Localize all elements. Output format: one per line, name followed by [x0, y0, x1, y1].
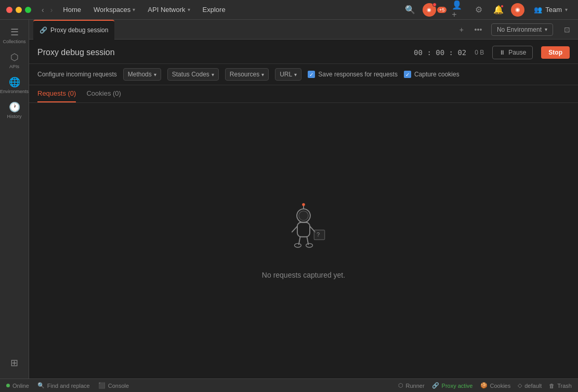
traffic-lights [6, 7, 31, 13]
sidebar-apis-label: APIs [9, 64, 19, 69]
maximize-button[interactable] [25, 7, 31, 13]
environment-selector[interactable]: No Environment ▾ [491, 23, 553, 36]
pause-icon: ⏸ [499, 49, 505, 56]
env-chevron-icon: ▾ [545, 27, 547, 32]
console-button[interactable]: ⬛ Console [98, 382, 129, 389]
find-replace-button[interactable]: 🔍 Find and replace [37, 382, 90, 389]
runner-button[interactable]: ⬡ Runner [398, 382, 425, 389]
status-codes-dropdown[interactable]: Status Codes ▾ [167, 68, 219, 81]
methods-dropdown[interactable]: Methods ▾ [123, 68, 161, 81]
svg-point-11 [294, 243, 301, 247]
proxy-active-status[interactable]: 🔗 Proxy active [432, 382, 473, 389]
online-status[interactable]: Online [6, 383, 29, 389]
timer-display: 00 : 00 : 02 [414, 48, 466, 57]
close-button[interactable] [6, 7, 12, 13]
user-avatar[interactable]: ◉ [423, 3, 436, 17]
status-right: ⬡ Runner 🔗 Proxy active 🍪 Cookies ◇ defa… [398, 382, 572, 389]
more-options-button[interactable]: ••• [471, 23, 485, 36]
proxy-tab-label: Proxy debug session [50, 27, 108, 34]
team-button[interactable]: 👥 Team ▾ [530, 4, 572, 16]
capture-cookies-label[interactable]: Capture cookies [414, 71, 459, 78]
default-environment[interactable]: ◇ default [518, 382, 542, 389]
console-label: Console [108, 383, 129, 389]
proxy-icon: 🔗 [432, 382, 439, 389]
sidebar-item-environments[interactable]: 🌐 Environments [3, 74, 26, 97]
add-user-icon[interactable]: 👤+ [452, 3, 466, 17]
proxy-debug-tab[interactable]: 🔗 Proxy debug session [33, 20, 114, 40]
trash-label: Trash [557, 383, 572, 389]
api-network-chevron-icon: ▾ [188, 7, 190, 12]
online-dot [6, 384, 10, 387]
url-chevron-icon: ▾ [294, 72, 297, 77]
svg-text:?: ? [317, 231, 320, 238]
tab-requests[interactable]: Requests (0) [37, 85, 76, 102]
notification-badge: +5 [437, 7, 446, 13]
sidebar-item-extensions[interactable]: ⊞ [3, 351, 26, 374]
pause-label: Pause [508, 49, 526, 56]
cookies-label: Cookies [490, 383, 511, 389]
empty-message: No requests captured yet. [262, 271, 345, 279]
page-header: Proxy debug session 00 : 00 : 02 0 B ⏸ P… [29, 40, 578, 64]
check-icon-2: ✓ [405, 72, 410, 77]
team-icon: 👥 [534, 6, 542, 14]
empty-illustration: ? [272, 202, 335, 265]
titlebar-right: 🔍 ◉ +5 👤+ ⚙ 🔔 ◉ 👥 Team ▾ [403, 3, 572, 17]
collections-icon: ☰ [10, 27, 19, 38]
pause-button[interactable]: ⏸ Pause [492, 46, 533, 59]
page-title: Proxy debug session [37, 48, 115, 57]
trash-button[interactable]: 🗑 Trash [549, 383, 572, 389]
configure-link[interactable]: Configure incoming requests [37, 71, 117, 78]
check-icon: ✓ [309, 72, 313, 77]
back-icon[interactable]: ‹ [40, 5, 46, 15]
capture-cookies-checkbox[interactable]: ✓ [404, 71, 411, 78]
tab-bar: 🔗 Proxy debug session + ••• No Environme… [29, 20, 578, 40]
resources-dropdown[interactable]: Resources ▾ [225, 68, 269, 81]
runner-icon: ⬡ [398, 382, 403, 389]
url-dropdown[interactable]: URL ▾ [275, 68, 301, 81]
sidebar-collections-label: Collections [3, 39, 25, 44]
forward-icon[interactable]: › [48, 5, 55, 15]
default-label: default [524, 383, 542, 389]
new-tab-button[interactable]: + [455, 23, 468, 36]
team-chevron-icon: ▾ [565, 7, 568, 12]
sidebar-item-apis[interactable]: ⬡ APIs [3, 49, 26, 72]
runner-label: Runner [406, 383, 425, 389]
tab-actions: + ••• No Environment ▾ ⊡ [455, 23, 574, 36]
svg-line-5 [292, 226, 297, 232]
resources-chevron-icon: ▾ [261, 72, 264, 77]
history-icon: 🕐 [9, 101, 20, 113]
apis-icon: ⬡ [10, 51, 19, 63]
search-icon[interactable]: 🔍 [403, 3, 417, 17]
minimize-button[interactable] [16, 7, 22, 13]
sidebar-item-collections[interactable]: ☰ Collections [3, 24, 26, 47]
find-replace-label: Find and replace [47, 383, 90, 389]
empty-state: ? No requests captured yet. [29, 103, 578, 378]
sidebar-item-history[interactable]: 🕐 History [3, 99, 26, 122]
notifications-icon[interactable]: 🔔 [491, 3, 506, 17]
save-responses-checkbox[interactable]: ✓ [308, 71, 315, 78]
svg-point-12 [306, 243, 313, 247]
nav-workspaces[interactable]: Workspaces ▾ [89, 4, 139, 16]
notification-dot [432, 3, 437, 7]
layout-toggle-icon[interactable]: ⊡ [560, 23, 574, 36]
tab-cookies[interactable]: Cookies (0) [86, 85, 121, 102]
nav-arrows: ‹ › [40, 5, 55, 15]
extensions-icon: ⊞ [10, 357, 18, 369]
nav-home[interactable]: Home [59, 4, 85, 16]
nav-api-network[interactable]: API Network ▾ [143, 4, 194, 16]
cookies-button[interactable]: 🍪 Cookies [480, 382, 511, 389]
svg-point-1 [299, 211, 308, 220]
sidebar-bottom: ⊞ [3, 351, 26, 374]
stop-button[interactable]: Stop [541, 46, 570, 59]
svg-rect-4 [297, 223, 310, 237]
main-avatar[interactable]: ◉ [511, 3, 524, 17]
content-area: 🔗 Proxy debug session + ••• No Environme… [29, 20, 578, 378]
save-responses-label[interactable]: Save responses for requests [318, 71, 398, 78]
titlebar: ‹ › Home Workspaces ▾ API Network ▾ Expl… [0, 0, 578, 20]
main-layout: ☰ Collections ⬡ APIs 🌐 Environments 🕐 Hi… [0, 20, 578, 378]
settings-icon[interactable]: ⚙ [471, 3, 486, 17]
size-display: 0 B [475, 49, 484, 56]
cookies-icon: 🍪 [480, 382, 488, 389]
console-icon: ⬛ [98, 382, 106, 389]
nav-explore[interactable]: Explore [199, 4, 230, 16]
